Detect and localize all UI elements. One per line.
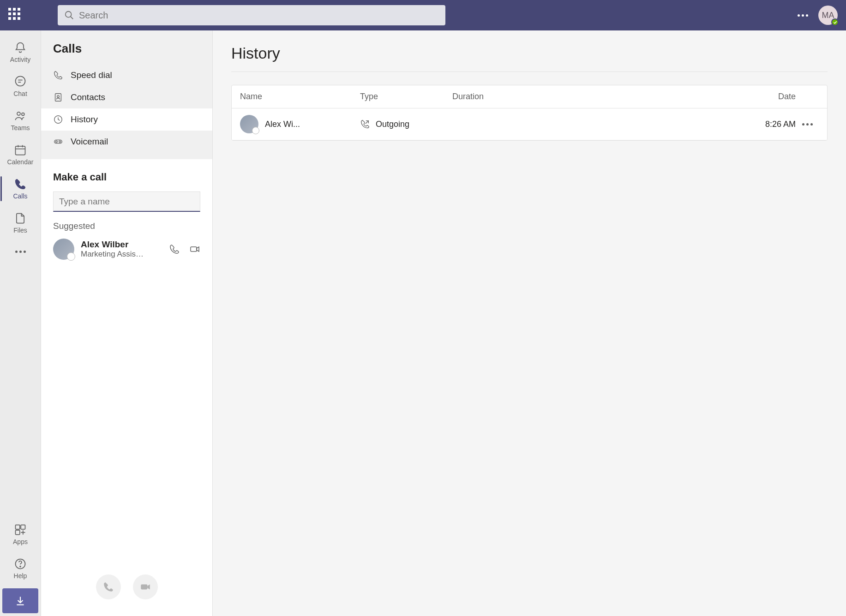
table-header: Name Type Duration Date [232,85,827,108]
nav-contacts[interactable]: Contacts [41,86,212,108]
avatar-initials: MA [822,11,834,20]
rail-label: Help [14,572,27,580]
nav-voicemail[interactable]: Voicemail [41,131,212,153]
rail-label: Activity [10,56,30,63]
call-name-input[interactable] [53,191,200,212]
panel-title: Calls [41,30,212,64]
search-icon [64,10,74,20]
contact-avatar [53,239,74,260]
rail-calls[interactable]: Calls [0,172,41,206]
nav-label: Speed dial [71,70,112,80]
app-rail: Activity Chat Teams Calendar Calls Files… [0,30,41,616]
make-call-title: Make a call [53,171,200,183]
make-call-section: Make a call Suggested Alex Wilber Market… [41,159,212,616]
calls-nav: Speed dial Contacts History Voicemail [41,64,212,153]
svg-point-5 [17,112,20,115]
video-icon[interactable] [189,244,200,255]
col-date: Date [545,92,796,102]
svg-point-6 [22,113,24,116]
col-name: Name [240,92,360,102]
history-row[interactable]: Alex Wi... Outgoing 8:26 AM [232,108,827,140]
phone-icon[interactable] [169,244,180,255]
col-type: Type [360,92,452,102]
svg-point-20 [56,141,58,143]
rail-help[interactable]: Help [0,551,41,586]
app-launcher-icon[interactable] [8,8,23,23]
rail-label: Chat [13,90,27,97]
history-content: History Name Type Duration Date Alex Wi.… [213,30,846,616]
video-call-button[interactable] [133,574,158,599]
contact-title: Marketing Assistant [81,250,145,259]
row-more-icon[interactable] [796,123,819,126]
row-name: Alex Wi... [265,120,300,129]
svg-rect-11 [16,525,20,529]
rail-activity[interactable]: Activity [0,35,41,69]
svg-rect-12 [21,525,25,529]
content-title: History [231,44,828,72]
svg-rect-23 [141,585,147,590]
contact-name: Alex Wilber [81,239,162,250]
svg-point-17 [57,96,60,98]
rail-label: Files [13,227,27,234]
row-date: 8:26 AM [545,120,796,129]
nav-speed-dial[interactable]: Speed dial [41,64,212,86]
search-input[interactable] [79,10,439,21]
svg-point-0 [66,12,72,18]
col-duration: Duration [452,92,545,102]
outgoing-call-icon [360,119,370,129]
nav-history[interactable]: History [41,108,212,131]
nav-label: Voicemail [71,137,108,147]
rail-files[interactable]: Files [0,206,41,240]
rail-chat[interactable]: Chat [0,69,41,103]
rail-teams[interactable]: Teams [0,103,41,138]
settings-more-icon[interactable] [798,14,808,17]
svg-rect-13 [16,530,20,534]
nav-label: History [71,114,98,125]
suggested-contact[interactable]: Alex Wilber Marketing Assistant [53,239,200,260]
rail-calendar[interactable]: Calendar [0,138,41,172]
row-type: Outgoing [376,120,409,129]
presence-available-icon [831,18,839,26]
rail-label: Apps [13,538,28,545]
svg-point-15 [20,566,21,567]
svg-rect-22 [191,247,197,251]
row-avatar [240,115,258,133]
svg-point-2 [16,76,25,86]
profile-avatar[interactable]: MA [818,6,838,25]
rail-label: Calendar [7,158,34,166]
nav-label: Contacts [71,92,105,102]
svg-point-21 [59,141,61,143]
top-bar: MA [0,0,846,30]
calls-panel: Calls Speed dial Contacts History Voicem… [41,30,213,616]
svg-rect-7 [16,146,25,155]
svg-line-1 [71,17,73,19]
rail-label: Teams [11,124,30,132]
history-table: Name Type Duration Date Alex Wi... Outgo… [231,85,828,141]
download-app-button[interactable] [2,588,38,613]
suggested-label: Suggested [53,221,200,231]
rail-more-apps[interactable] [0,240,41,263]
rail-label: Calls [13,192,27,200]
rail-apps[interactable]: Apps [0,517,41,551]
search-box[interactable] [58,5,445,25]
audio-call-button[interactable] [96,574,121,599]
